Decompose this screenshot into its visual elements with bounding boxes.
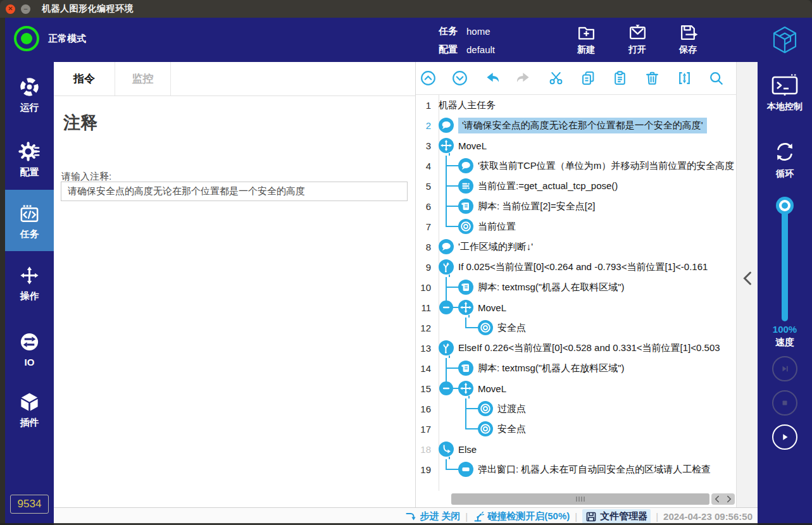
toolbar-copy-button[interactable] (578, 69, 597, 88)
new-file-icon (576, 22, 597, 43)
toolbar-insert-button[interactable] (675, 69, 694, 88)
io-exchange-icon (18, 331, 41, 353)
close-icon[interactable]: ✕ (6, 4, 15, 14)
tree-row[interactable]: 14脚本: textmsg("机器人在放料区域") (416, 358, 736, 378)
redo-icon (515, 70, 532, 87)
tree-node-label: MoveL (478, 383, 506, 394)
tree-node-label: 弹出窗口: 机器人未在可自动回安全点的区域请人工检查 (478, 464, 711, 476)
tree-node-label: 脚本: textmsg("机器人在取料区域") (478, 281, 625, 293)
new-task-button[interactable]: 新建 (566, 22, 606, 56)
code-window-icon (18, 202, 41, 225)
header-bar: 正常模式 任务 home 配置 default 新建 打开 保存 (5, 18, 812, 62)
toolbar-cut-button[interactable] (547, 69, 566, 88)
tree-row[interactable]: 8'工作区域的判断↓' (416, 237, 736, 257)
line-number: 14 (416, 363, 435, 374)
sidebar-item-run[interactable]: 运行 (5, 76, 54, 114)
scroll-right-icon[interactable] (726, 495, 732, 503)
instruction-panel: 指令 监控 注释 请输入注释: (54, 62, 415, 507)
tree-row[interactable]: 19弹出窗口: 机器人未在可自动回安全点的区域请人工检查 (416, 459, 736, 479)
sidebar-item-task[interactable]: 任务 (5, 190, 54, 251)
toolbar-undo-button[interactable] (482, 69, 501, 88)
stop-icon (778, 397, 791, 409)
scroll-left-icon[interactable] (714, 495, 720, 503)
mode-label: 正常模式 (48, 33, 86, 45)
sidebar-item-plugin[interactable]: 插件 (5, 391, 54, 429)
script-icon (458, 199, 473, 214)
tree-node-label: MoveL (458, 140, 487, 151)
tree-row[interactable]: 17安全点 (416, 419, 736, 439)
line-number: 17 (416, 424, 435, 435)
minimize-icon[interactable]: – (21, 4, 30, 14)
terminal-icon (771, 73, 799, 97)
collapse-panel-icon[interactable] (742, 271, 753, 286)
step-forward-button[interactable] (772, 356, 797, 381)
sidebar-item-operate[interactable]: 操作 (5, 264, 54, 302)
comment-input[interactable] (61, 182, 408, 201)
tree-row[interactable]: 4'获取当前TCP位置（单位为m）并移动到当前位置的安全高度 (416, 156, 736, 176)
tree-row[interactable]: 10脚本: textmsg("机器人在取料区域") (416, 277, 736, 297)
sidebar-item-io[interactable]: IO (5, 331, 54, 368)
copy-icon (580, 70, 597, 87)
open-file-icon (627, 22, 648, 43)
speed-slider-knob[interactable] (776, 197, 794, 214)
tree-row[interactable]: 3MoveL (416, 135, 736, 156)
tree-row[interactable]: 15MoveL (416, 378, 736, 398)
save-task-button[interactable]: 保存 (668, 22, 708, 56)
comment-icon (439, 118, 454, 133)
tree-row[interactable]: 7当前位置 (416, 216, 736, 237)
local-control-button[interactable]: 本地控制 (758, 73, 812, 113)
tree-row[interactable]: 9If 0.025<当前位置[0]<0.264 and -0.793<当前位置[… (416, 257, 736, 277)
move-arrows-icon (18, 264, 41, 287)
script-icon (458, 280, 473, 295)
stop-button[interactable] (772, 390, 797, 416)
horizontal-scrollbar[interactable] (416, 493, 736, 505)
tree-connector (458, 318, 478, 338)
toolbar-redo-button[interactable] (515, 69, 534, 88)
line-number: 1 (416, 100, 435, 111)
disk-icon (585, 511, 597, 522)
toolbar-paste-button[interactable] (611, 69, 630, 88)
collision-detect-status[interactable]: 碰撞检测开启(50%) (473, 510, 570, 522)
tree-row[interactable]: 2'请确保安全点的高度无论在那个位置都是一个安全的高度' (416, 115, 736, 135)
tree-row[interactable]: 5当前位置:=get_actual_tcp_pose() (416, 176, 736, 196)
tree-row[interactable]: 1机器人主任务 (416, 95, 736, 115)
skip-forward-icon (778, 362, 791, 375)
toolbar-move-down-button[interactable] (451, 69, 470, 88)
else-icon (439, 442, 454, 457)
toolbar-search-button[interactable] (707, 69, 726, 88)
move-icon (458, 300, 473, 315)
toolbar-move-up-button[interactable] (418, 69, 437, 88)
robot-mode-indicator[interactable]: 正常模式 (14, 26, 86, 51)
robot-arm-icon (473, 511, 484, 522)
open-task-button[interactable]: 打开 (618, 22, 657, 56)
tab-monitor[interactable]: 监控 (115, 62, 171, 96)
tree-row[interactable]: 13ElseIf 0.226<当前位置[0]<0.528 and 0.331<当… (416, 338, 736, 358)
window-title: 机器人图形化编程环境 (42, 3, 134, 15)
file-manager-button[interactable]: 文件管理器 (582, 509, 651, 524)
comment-editor-title: 注释 (63, 111, 415, 134)
tree-connector (439, 277, 458, 297)
play-button[interactable] (772, 424, 797, 450)
line-number: 11 (416, 302, 435, 313)
tab-command[interactable]: 指令 (54, 62, 115, 96)
tree-connector (439, 318, 458, 338)
scrollbar-thumb[interactable] (451, 493, 709, 505)
line-number: 18 (416, 444, 435, 455)
tree-connector (458, 419, 478, 439)
sidebar-item-config[interactable]: 配置 (5, 140, 54, 178)
toolbar-delete-button[interactable] (643, 69, 662, 88)
tree-row[interactable]: 16过渡点 (416, 398, 736, 419)
step-mode-status[interactable]: 步进 关闭 (405, 510, 460, 522)
tree-row[interactable]: 11MoveL (416, 297, 736, 318)
status-separator: | (575, 511, 577, 522)
tree-row[interactable]: 6脚本: 当前位置[2]=安全点[2] (416, 196, 736, 216)
tree-connector (439, 419, 458, 439)
tree-node-label: If 0.025<当前位置[0]<0.264 and -0.793<当前位置[1… (458, 261, 708, 273)
line-number: 15 (416, 383, 435, 394)
tree-row[interactable]: 12安全点 (416, 318, 736, 338)
tree-connector (439, 297, 458, 318)
loop-button[interactable]: 循环 (758, 139, 812, 180)
speed-slider-track[interactable] (782, 206, 788, 321)
tree-row[interactable]: 18Else (416, 439, 736, 459)
loop-arrows-icon (772, 139, 797, 164)
